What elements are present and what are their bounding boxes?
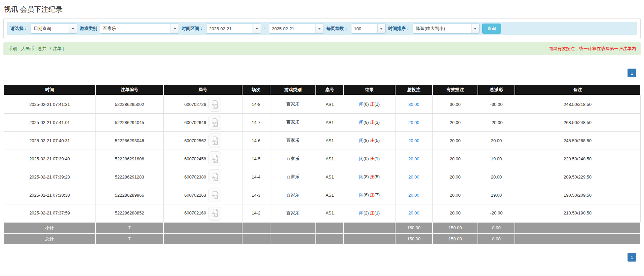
video-replay-button[interactable]: [209, 169, 221, 184]
cell-round-number: 600702263: [163, 186, 242, 204]
video-replay-button[interactable]: [209, 115, 221, 130]
total-bet-link[interactable]: 20.00: [408, 156, 419, 161]
column-header: 局号: [163, 84, 242, 95]
table-row: 2025-02-21 07:41:01 522286294045 6007026…: [4, 113, 640, 131]
date-from-value: 2025-02-21: [206, 24, 253, 33]
cell-table-number: AS1: [316, 95, 344, 113]
video-replay-button[interactable]: [209, 151, 221, 166]
chevron-down-icon[interactable]: [69, 24, 77, 33]
cell-time: 2025-02-21 07:40:31: [4, 131, 96, 150]
search-button[interactable]: 查询: [482, 24, 501, 34]
total-bet-link[interactable]: 20.00: [408, 174, 419, 180]
cell-total-bet: 20.00: [395, 150, 432, 168]
subtotal-row: 小计 7 150.00 150.00 8.00: [4, 222, 640, 233]
subtotal-label: 小计: [4, 222, 96, 233]
cell-total-bet: 20.00: [395, 186, 432, 204]
film-file-icon: [211, 136, 219, 145]
cell-note: 209.50/229.50: [515, 168, 640, 186]
cell-result: 闲(8) 庄(5): [344, 168, 395, 186]
film-file-icon: [211, 208, 219, 218]
cell-round-number: 600702646: [163, 113, 242, 131]
cell-session: 14-2: [242, 204, 270, 222]
table-row: 2025-02-21 07:39:23 522286291283 6007023…: [4, 168, 640, 186]
per-page-select[interactable]: 100: [351, 24, 386, 34]
page-button[interactable]: 1: [628, 69, 636, 77]
video-replay-button[interactable]: [209, 133, 221, 148]
total-bet-link[interactable]: 20.00: [408, 138, 419, 143]
table-row: 2025-02-21 07:37:59 522286288852 6007021…: [4, 204, 640, 222]
cell-time: 2025-02-21 07:39:23: [4, 168, 96, 186]
cell-round-number: 600702160: [163, 204, 242, 222]
cell-bet-number: 522286291283: [96, 168, 163, 186]
total-bet-link[interactable]: 20.00: [408, 193, 419, 198]
chevron-down-icon[interactable]: [253, 24, 261, 33]
cell-note: 268.50/248.50: [515, 113, 640, 131]
chevron-down-icon[interactable]: [471, 24, 479, 33]
cell-game-category: 百家乐: [270, 150, 316, 168]
table-row: 2025-02-21 07:39:49 522286291806 6007024…: [4, 150, 640, 168]
filter-bar: 请选择： 日期查询 游戏类别 百家乐 时间区间： 2025-02-21 ~ 20…: [7, 22, 637, 35]
film-file-icon: [211, 191, 219, 200]
query-type-select[interactable]: 日期查询: [31, 24, 77, 34]
cell-payout: 19.00: [478, 150, 515, 168]
cell-note: 248.50/218.50: [515, 95, 640, 113]
cell-total-bet: 20.00: [395, 204, 432, 222]
cell-bet-number: 522286288852: [96, 204, 163, 222]
grand-total-row: 总计 7 150.00 150.00 8.00: [4, 233, 640, 244]
film-file-icon: [211, 172, 219, 182]
cell-time: 2025-02-21 07:39:49: [4, 150, 96, 168]
cell-session: 14-5: [242, 150, 270, 168]
game-category-select[interactable]: 百家乐: [100, 24, 179, 34]
cell-result: 闲(2) 庄(1): [344, 204, 395, 222]
date-to-select[interactable]: 2025-02-21: [269, 24, 324, 34]
total-bet-link[interactable]: 20.00: [408, 120, 419, 125]
subtotal-payout: 8.00: [478, 222, 515, 233]
subtotal-valid-bet: 150.00: [432, 222, 478, 233]
pagination-bottom: 1: [3, 253, 641, 262]
chevron-down-icon[interactable]: [315, 24, 324, 33]
cell-total-bet: 20.00: [395, 113, 432, 131]
total-bet-link[interactable]: 30.00: [408, 102, 419, 107]
cell-table-number: AS1: [316, 131, 344, 150]
subtotal-total-bet: 150.00: [395, 222, 432, 233]
cell-table-number: AS1: [316, 186, 344, 204]
cell-time: 2025-02-21 07:41:31: [4, 95, 96, 113]
total-payout: 8.00: [478, 233, 515, 244]
cell-payout: 19.00: [478, 186, 515, 204]
cell-result: 闲(6) 庄(7): [344, 186, 395, 204]
film-file-icon: [211, 154, 219, 163]
cell-session: 14-4: [242, 168, 270, 186]
cell-total-bet: 30.00: [395, 95, 432, 113]
cell-session: 14-7: [242, 113, 270, 131]
cell-game-category: 百家乐: [270, 113, 316, 131]
cell-note: 190.50/209.50: [515, 186, 640, 204]
cell-result: 闲(8) 庄(1): [344, 95, 395, 113]
cell-note: 229.50/248.50: [515, 150, 640, 168]
time-sort-select[interactable]: 降冪(由大到小): [413, 24, 480, 34]
cell-result: 闲(9) 庄(3): [344, 113, 395, 131]
column-header: 桌号: [316, 84, 344, 95]
pagination-top: 1: [3, 69, 641, 77]
date-to-value: 2025-02-21: [269, 24, 315, 33]
cell-table-number: AS1: [316, 168, 344, 186]
cell-session: 14-8: [242, 95, 270, 113]
filter-panel: 请选择： 日期查询 游戏类别 百家乐 时间区间： 2025-02-21 ~ 20…: [3, 18, 641, 39]
cell-valid-bet: 20.00: [432, 186, 478, 204]
cell-payout: 20.00: [478, 131, 515, 150]
chevron-down-icon[interactable]: [171, 24, 179, 33]
cell-valid-bet: 20.00: [432, 168, 478, 186]
cell-result: 闲(0) 庄(1): [344, 150, 395, 168]
video-replay-button[interactable]: [209, 206, 221, 221]
date-from-select[interactable]: 2025-02-21: [206, 24, 261, 34]
chevron-down-icon[interactable]: [377, 24, 385, 33]
column-header: 注单编号: [96, 84, 163, 95]
cell-game-category: 百家乐: [270, 168, 316, 186]
total-bet-link[interactable]: 20.00: [408, 210, 419, 215]
cell-note: 248.50/268.50: [515, 131, 640, 150]
video-replay-button[interactable]: [209, 97, 221, 112]
cell-total-bet: 20.00: [395, 168, 432, 186]
cell-valid-bet: 30.00: [432, 95, 478, 113]
column-header: 游戏类别: [270, 84, 316, 95]
video-replay-button[interactable]: [209, 188, 221, 202]
page-button[interactable]: 1: [628, 253, 636, 262]
